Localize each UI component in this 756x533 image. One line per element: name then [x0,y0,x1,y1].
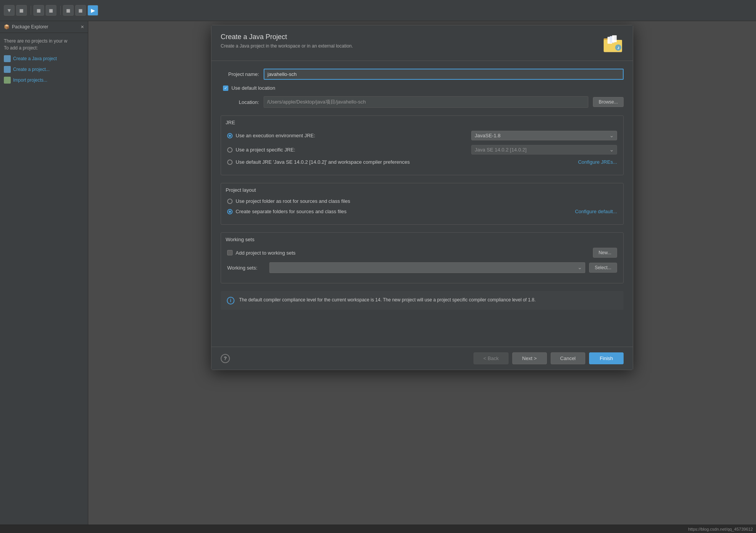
sidebar-empty-text-1: There are no projects in your w [4,38,84,44]
jre-section: JRE Use an execution environment JRE: Ja… [221,115,624,175]
info-text: The default compiler compliance level fo… [239,296,536,304]
toolbar-btn-4[interactable]: ◼ [63,5,74,16]
toolbar: ▼ ◼ ◼ ◼ ◼ ◼ ▶ [0,0,756,21]
working-sets-content: Add project to working sets New... Worki… [221,245,623,283]
toolbar-separator-2 [60,6,61,15]
jre-option-3-label: Use default JRE 'Java SE 14.0.2 [14.0.2]… [236,159,575,165]
sidebar-header: 📦 Package Explorer ✕ [0,21,88,33]
layout-radio-1[interactable] [227,199,233,204]
footer-right: < Back Next > Cancel Finish [474,352,624,364]
dialog-folder-icon: J [602,33,624,54]
working-sets-label: Working sets: [227,265,266,271]
help-button[interactable]: ? [221,354,230,363]
jre-dropdown-2-wrapper: Java SE 14.0.2 [14.0.2] [471,145,617,155]
browse-button[interactable]: Browse... [593,97,624,107]
toolbar-separator-1 [31,6,31,15]
layout-option-1-label: Use project folder as root for sources a… [236,198,617,204]
sidebar-create-java-project-label: Create a Java project [13,55,57,62]
jre-option-1-label: Use an execution environment JRE: [236,133,468,138]
back-button[interactable]: < Back [474,352,508,364]
jre-option-2-row: Use a project specific JRE: Java SE 14.0… [227,145,617,155]
dialog-backdrop: Create a Java Project Create a Java proj… [88,21,756,525]
sidebar-content: There are no projects in your w To add a… [0,33,88,88]
working-sets-title: Working sets [221,233,623,245]
location-value: /Users/apple/Desktop/java项目/javahello-sc… [264,96,588,108]
dialog-body: Project name: ✓ Use default location Loc… [211,61,633,347]
jre-section-title: JRE [221,116,623,128]
layout-radio-2[interactable] [227,209,233,214]
status-url: https://blog.csdn.net/qq_45739612 [688,527,753,531]
sidebar-create-project-link[interactable]: Create a project... [4,66,84,73]
jre-radio-1[interactable] [227,133,233,138]
new-working-set-btn[interactable]: New... [593,248,617,258]
create-project-icon [4,66,11,73]
next-button[interactable]: Next > [512,352,547,364]
use-default-location-row: ✓ Use default location [221,85,624,91]
project-name-row: Project name: [221,69,624,80]
import-projects-icon [4,77,11,84]
sidebar-package-icon: 📦 [4,24,10,30]
create-java-project-icon [4,55,11,62]
working-sets-dropdown-wrapper [269,262,585,273]
toolbar-btn-2[interactable]: ◼ [33,5,44,16]
dialog-footer: ? < Back Next > Cancel Finish [211,347,633,370]
location-row: Location: /Users/apple/Desktop/java项目/ja… [221,96,624,108]
sidebar: 📦 Package Explorer ✕ There are no projec… [0,21,88,525]
sidebar-import-projects-label: Import projects... [13,77,47,84]
status-bar: https://blog.csdn.net/qq_45739612 [0,525,756,533]
project-layout-content: Use project folder as root for sources a… [221,195,623,224]
sidebar-create-project-label: Create a project... [13,66,50,73]
select-working-set-btn[interactable]: Select... [589,263,617,273]
create-java-project-dialog: Create a Java Project Create a Java proj… [211,25,633,370]
jre-option-1-row: Use an execution environment JRE: JavaSE… [227,131,617,140]
svg-text:J: J [617,46,619,50]
sidebar-empty-text-2: To add a project: [4,44,84,51]
info-icon: i [227,297,234,304]
working-sets-row: Working sets: Select... [227,262,617,273]
dialog-title: Create a Java Project [221,33,596,41]
project-name-input[interactable] [264,69,624,80]
project-name-label: Project name: [221,71,259,77]
add-working-sets-checkbox[interactable] [227,250,233,255]
footer-left: ? [221,354,230,363]
working-sets-section: Working sets Add project to working sets… [221,232,624,283]
layout-option-2-label: Create separate folders for sources and … [236,209,572,214]
cancel-button[interactable]: Cancel [551,352,585,364]
jre-radio-3[interactable] [227,160,233,165]
jre-dropdown-1[interactable]: JavaSE-1.8 JavaSE-11 JavaSE-14 [471,131,617,140]
jre-dropdown-1-wrapper: JavaSE-1.8 JavaSE-11 JavaSE-14 [471,131,617,140]
info-row: i The default compiler compliance level … [221,291,624,310]
dialog-subtitle: Create a Java project in the workspace o… [221,43,596,49]
toolbar-btn-3[interactable]: ◼ [46,5,56,16]
configure-jres-link[interactable]: Configure JREs... [578,159,617,165]
jre-section-content: Use an execution environment JRE: JavaSE… [221,128,623,175]
dialog-header: Create a Java Project Create a Java proj… [211,25,633,61]
working-sets-dropdown[interactable] [269,262,585,273]
location-label: Location: [221,99,259,105]
toolbar-btn-1[interactable]: ◼ [16,5,27,16]
layout-option-2-row: Create separate folders for sources and … [227,209,617,214]
add-working-sets-label: Add project to working sets [236,250,295,256]
jre-option-2-label: Use a project specific JRE: [236,147,468,153]
finish-button[interactable]: Finish [589,352,624,364]
project-layout-section: Project layout Use project folder as roo… [221,183,624,225]
layout-option-1-row: Use project folder as root for sources a… [227,198,617,204]
sidebar-create-java-project-link[interactable]: Create a Java project [4,55,84,62]
project-layout-title: Project layout [221,183,623,195]
use-default-location-label: Use default location [231,85,275,91]
toolbar-run-btn[interactable]: ▶ [87,5,98,16]
main-area: 📦 Package Explorer ✕ There are no projec… [0,21,756,525]
configure-default-link[interactable]: Configure default... [575,209,617,214]
use-default-location-checkbox[interactable]: ✓ [223,86,228,91]
jre-option-3-row: Use default JRE 'Java SE 14.0.2 [14.0.2]… [227,159,617,165]
jre-dropdown-2[interactable]: Java SE 14.0.2 [14.0.2] [471,145,617,155]
jre-radio-2[interactable] [227,147,233,153]
svg-rect-5 [612,35,617,42]
toolbar-btn-5[interactable]: ◼ [75,5,86,16]
sidebar-close-btn[interactable]: ✕ [81,25,84,30]
sidebar-title: Package Explorer [12,24,78,30]
toolbar-dropdown-btn[interactable]: ▼ [4,5,15,16]
sidebar-import-projects-link[interactable]: Import projects... [4,77,84,84]
dialog-header-text: Create a Java Project Create a Java proj… [221,33,596,49]
